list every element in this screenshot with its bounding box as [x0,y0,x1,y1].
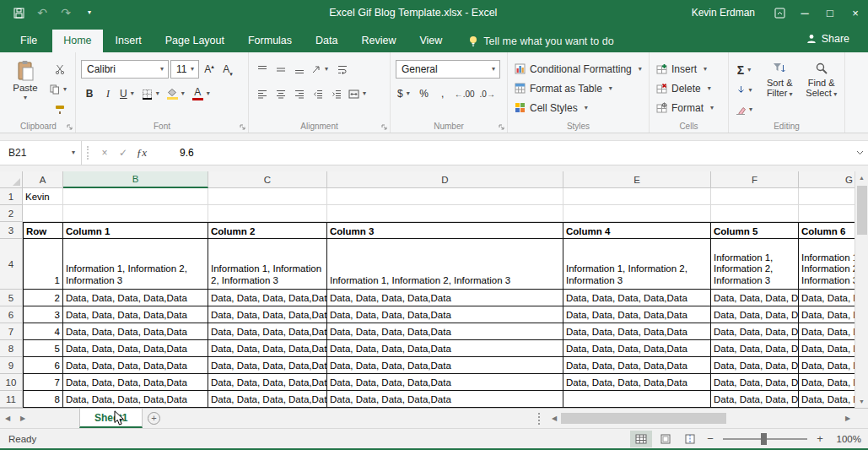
vertical-scrollbar-thumb[interactable] [857,186,867,235]
bottom-align-button[interactable] [291,60,308,79]
cell-A9[interactable]: 6 [23,357,63,374]
accounting-format-button[interactable]: $ [396,84,414,103]
cell-B2[interactable] [63,205,208,222]
scrollbar-splitter-handle[interactable] [538,413,546,425]
row-header-1[interactable]: 1 [0,188,23,205]
top-align-button[interactable] [254,60,271,79]
delete-cells-button[interactable]: Delete [655,79,724,97]
number-format-select[interactable]: General [396,60,500,79]
cell-A10[interactable]: 7 [23,374,63,391]
cell-E4[interactable]: Information 1, Information 2, Informatio… [563,239,711,290]
font-name-select[interactable]: Calibri [81,60,169,79]
clear-button[interactable] [734,100,757,119]
new-sheet-button[interactable]: + [143,409,164,428]
font-size-select[interactable]: 11 [170,60,199,79]
zoom-out-button[interactable]: − [704,432,717,445]
align-right-button[interactable] [291,84,308,103]
alignment-dialog-launcher[interactable] [381,124,387,130]
row-header-7[interactable]: 7 [0,323,23,340]
maximize-button[interactable]: □ [817,0,843,25]
cell-G8[interactable]: Data, Data, Data, Data,Data [799,340,855,357]
minimize-button[interactable]: ─ [792,0,817,25]
cell-G5[interactable]: Data, Data, Data, Data,Data [799,290,855,306]
cell-G10[interactable]: Data, Data, Data, Data,Data [799,374,855,391]
column-header-F[interactable]: F [711,171,799,188]
cell-A8[interactable]: 5 [23,340,63,357]
cell-G1[interactable] [799,188,855,205]
align-left-button[interactable] [254,84,271,103]
tab-view[interactable]: View [408,30,453,52]
cell-E8[interactable]: Data, Data, Data, Data,Data [563,340,711,357]
underline-button[interactable]: U [118,84,138,103]
cell-D4[interactable]: Information 1, Information 2, Informatio… [327,239,563,290]
cell-A7[interactable]: 4 [23,323,63,340]
enter-button[interactable]: ✓ [114,141,132,165]
sort-filter-button[interactable]: Sort & Filter [761,60,799,119]
cell-B8[interactable]: Data, Data, Data, Data,Data [63,340,208,357]
zoom-in-button[interactable]: + [813,432,827,445]
scroll-right-button[interactable]: ▶ [841,415,855,422]
cell-C10[interactable]: Data, Data, Data, Data,Data [208,374,327,391]
cell-A3[interactable]: Row [23,222,63,239]
cell-E1[interactable] [563,188,711,205]
cell-C4[interactable]: Information 1, Information 2, Informatio… [208,239,327,290]
column-header-B[interactable]: B [63,171,208,188]
horizontal-scrollbar[interactable]: ◀ ▶ [538,409,868,428]
cell-G4[interactable]: Information 1, Information 2, Informatio… [799,239,855,290]
cell-D10[interactable]: Data, Data, Data, Data,Data [327,374,563,391]
cell-G11[interactable]: Data, Data, Data, Data,Data [799,391,855,408]
select-all-corner[interactable] [0,171,23,188]
horizontal-scrollbar-track[interactable] [561,409,841,428]
merge-center-button[interactable] [347,84,370,103]
cell-A6[interactable]: 3 [23,306,63,323]
cell-E10[interactable]: Data, Data, Data, Data,Data [563,374,711,391]
borders-button[interactable] [140,84,164,103]
cell-F7[interactable]: Data, Data, Data, Data,Data [711,323,799,340]
conditional-formatting-button[interactable]: Conditional Formatting [513,60,644,78]
row-header-11[interactable]: 11 [0,391,23,408]
row-header-3[interactable]: 3 [0,222,23,239]
cell-B5[interactable]: Data, Data, Data, Data,Data [63,290,208,306]
tab-page-layout[interactable]: Page Layout [154,30,235,52]
cell-D6[interactable]: Data, Data, Data, Data,Data [327,306,563,323]
scroll-left-button[interactable]: ◀ [547,415,561,422]
cell-C9[interactable]: Data, Data, Data, Data,Data [208,357,327,374]
row-header-5[interactable]: 5 [0,290,23,306]
name-box-resize-handle[interactable] [87,146,95,160]
ribbon-display-options-button[interactable] [767,0,792,25]
comma-style-button[interactable]: , [434,84,451,103]
align-center-button[interactable] [272,84,289,103]
cell-F9[interactable]: Data, Data, Data, Data,Data [711,357,799,374]
cell-F1[interactable] [711,188,799,205]
increase-indent-button[interactable] [328,84,345,103]
cell-F3[interactable]: Column 5 [711,222,799,239]
cell-C5[interactable]: Data, Data, Data, Data,Data [208,290,327,306]
cell-E2[interactable] [563,205,711,222]
cell-C1[interactable] [208,188,327,205]
formula-bar-collapse-button[interactable] [851,141,868,165]
cell-D5[interactable]: Data, Data, Data, Data,Data [327,290,563,306]
find-select-button[interactable]: Find & Select [803,60,841,119]
zoom-slider[interactable] [723,438,807,440]
cell-C2[interactable] [208,205,327,222]
column-header-D[interactable]: D [327,171,563,188]
cell-C8[interactable]: Data, Data, Data, Data,Data [208,340,327,357]
tab-formulas[interactable]: Formulas [237,30,303,52]
save-button[interactable] [8,3,29,23]
cell-D11[interactable]: Data, Data, Data, Data,Data [327,391,563,408]
cell-E5[interactable]: Data, Data, Data, Data,Data [563,290,711,306]
row-header-2[interactable]: 2 [0,205,23,222]
cell-E3[interactable]: Column 4 [563,222,711,239]
cell-A2[interactable] [23,205,63,222]
sheet-tab-sheet1[interactable]: Sheet1 [79,409,143,428]
font-color-button[interactable]: A [191,84,214,103]
tab-file[interactable]: File [7,30,51,52]
cell-B11[interactable]: Data, Data, Data, Data,Data [63,391,208,408]
next-sheet-button[interactable]: ▶ [15,409,30,428]
cell-D8[interactable]: Data, Data, Data, Data,Data [327,340,563,357]
insert-function-button[interactable]: ƒx [132,141,151,165]
scroll-up-button[interactable]: ▲ [855,171,868,184]
format-cells-button[interactable]: Format [655,99,724,117]
cell-F8[interactable]: Data, Data, Data, Data,Data [711,340,799,357]
row-header-4[interactable]: 4 [0,239,23,290]
